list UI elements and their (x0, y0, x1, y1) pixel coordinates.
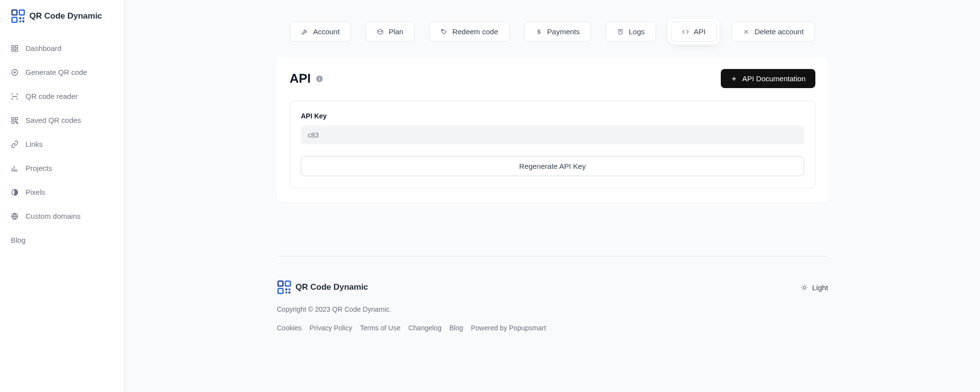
tab-label: Account (313, 27, 340, 36)
svg-rect-27 (289, 292, 291, 294)
sidebar-item-links[interactable]: Links (0, 132, 124, 156)
svg-rect-6 (23, 21, 24, 23)
svg-rect-26 (286, 292, 288, 294)
svg-point-28 (803, 286, 806, 289)
tab-label: Logs (629, 27, 645, 36)
svg-rect-10 (15, 49, 18, 51)
account-tabs: Account Plan Redeem code Payments Logs A… (277, 22, 828, 42)
tab-label: API (694, 27, 706, 36)
sidebar-item-pixels[interactable]: Pixels (0, 180, 124, 204)
svg-point-20 (319, 76, 320, 77)
svg-rect-19 (319, 78, 320, 80)
svg-rect-0 (12, 10, 17, 15)
globe-icon (11, 212, 19, 220)
tab-account[interactable]: Account (290, 22, 351, 42)
api-documentation-button[interactable]: API Documentation (721, 69, 815, 88)
sidebar-item-label: QR code reader (25, 92, 78, 100)
footer-link-cookies[interactable]: Cookies (277, 324, 302, 332)
copyright-text: Copyright © 2023 QR Code Dynamic. (277, 305, 828, 313)
app-layout: QR Code Dynamic Dashboard Generate QR co… (0, 0, 980, 392)
sidebar-item-label: Blog (11, 236, 25, 244)
tab-label: Redeem code (452, 27, 498, 36)
sidebar-item-generate-qr[interactable]: Generate QR code (0, 60, 124, 84)
sidebar-item-blog[interactable]: Blog (0, 228, 124, 252)
tab-label: Payments (547, 27, 580, 36)
card-title-wrap: API (290, 71, 323, 86)
footer-link-privacy[interactable]: Privacy Policy (310, 324, 352, 332)
tab-delete-account[interactable]: Delete account (732, 22, 815, 42)
sidebar-nav: Dashboard Generate QR code QR code reade… (0, 32, 124, 256)
footer-link-blog[interactable]: Blog (449, 324, 463, 332)
footer-top-row: QR Code Dynamic Light (277, 280, 828, 295)
svg-rect-1 (20, 10, 24, 15)
svg-rect-7 (12, 46, 14, 48)
scan-icon (11, 92, 19, 100)
svg-rect-9 (12, 49, 14, 51)
svg-rect-8 (15, 46, 18, 48)
sidebar-item-label: Dashboard (25, 44, 61, 52)
api-card: API API Documentation API Key Regenerate… (277, 57, 828, 202)
grid-icon (11, 45, 19, 52)
sidebar: QR Code Dynamic Dashboard Generate QR co… (0, 0, 125, 392)
theme-toggle[interactable]: Light (801, 283, 828, 292)
footer-link-terms[interactable]: Terms of Use (360, 324, 400, 332)
tab-redeem[interactable]: Redeem code (429, 22, 509, 42)
sidebar-logo[interactable]: QR Code Dynamic (0, 0, 124, 32)
svg-rect-5 (20, 21, 22, 23)
plus-circle-icon (11, 69, 19, 76)
footer-links: Cookies Privacy Policy Terms of Use Chan… (277, 324, 828, 332)
brand-qr-icon (277, 280, 292, 295)
qr-icon (11, 116, 19, 124)
adjust-icon (11, 188, 19, 196)
tag-icon (441, 28, 447, 35)
close-icon (743, 28, 750, 35)
sidebar-item-saved-qr[interactable]: Saved QR codes (0, 108, 124, 132)
footer-link-changelog[interactable]: Changelog (408, 324, 441, 332)
api-key-label: API Key (301, 112, 804, 120)
plus-icon (731, 75, 737, 82)
card-title: API (290, 71, 311, 86)
footer: QR Code Dynamic Light Copyright © 2023 Q… (277, 256, 828, 332)
tab-plan[interactable]: Plan (366, 22, 415, 42)
regenerate-api-key-button[interactable]: Regenerate API Key (301, 156, 804, 176)
brand-name: QR Code Dynamic (295, 282, 368, 292)
svg-rect-13 (15, 117, 18, 120)
dollar-icon (536, 28, 542, 35)
svg-rect-4 (23, 18, 24, 20)
svg-rect-21 (278, 281, 283, 286)
card-header: API API Documentation (290, 69, 815, 88)
tab-api[interactable]: API (671, 22, 717, 42)
brand-name: QR Code Dynamic (29, 11, 102, 21)
theme-label: Light (812, 283, 828, 292)
sun-icon (801, 284, 808, 291)
svg-point-17 (442, 30, 443, 31)
sidebar-item-label: Links (25, 140, 43, 148)
footer-link-powered[interactable]: Powered by Popupsmart (471, 324, 546, 332)
svg-rect-2 (12, 18, 17, 23)
sidebar-item-label: Custom domains (25, 212, 81, 220)
info-circle-icon[interactable] (316, 75, 323, 83)
sidebar-item-label: Pixels (25, 188, 45, 196)
brand-qr-icon (11, 9, 25, 23)
svg-rect-3 (20, 18, 22, 20)
tab-label: Delete account (755, 27, 804, 36)
sidebar-item-dashboard[interactable]: Dashboard (0, 36, 124, 60)
scroll-icon (617, 28, 624, 35)
sidebar-item-projects[interactable]: Projects (0, 156, 124, 180)
svg-rect-23 (278, 289, 283, 294)
tab-label: Plan (389, 27, 403, 36)
button-label: API Documentation (742, 74, 806, 83)
svg-rect-22 (286, 281, 291, 286)
tab-payments[interactable]: Payments (524, 22, 591, 42)
chart-icon (11, 164, 19, 172)
sidebar-item-label: Generate QR code (25, 68, 87, 76)
footer-logo[interactable]: QR Code Dynamic (277, 280, 368, 295)
api-key-input[interactable] (301, 126, 804, 144)
sidebar-item-custom-domains[interactable]: Custom domains (0, 204, 124, 228)
sidebar-item-qr-reader[interactable]: QR code reader (0, 84, 124, 108)
svg-rect-24 (286, 289, 288, 291)
wrench-icon (301, 28, 308, 35)
code-icon (682, 28, 689, 35)
tab-logs[interactable]: Logs (606, 22, 656, 42)
svg-rect-14 (12, 121, 14, 123)
